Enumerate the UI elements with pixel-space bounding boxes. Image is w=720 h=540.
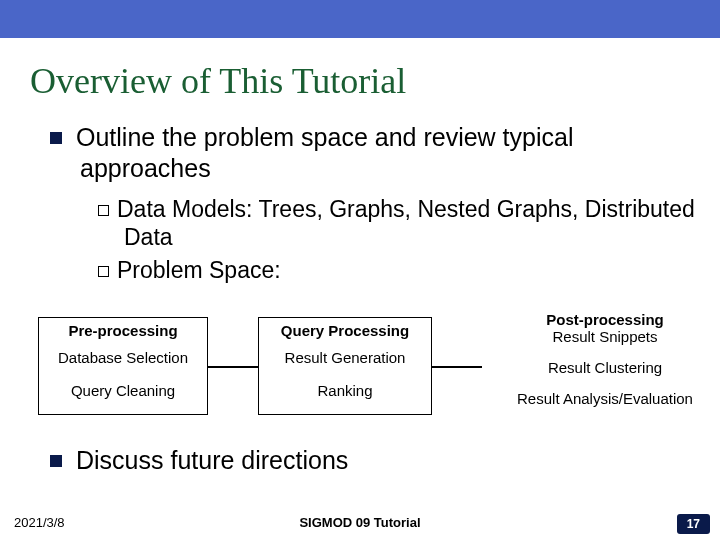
post-item: Result Clustering <box>490 359 720 376</box>
page-number: 17 <box>677 514 710 534</box>
slide-title: Overview of This Tutorial <box>30 60 406 102</box>
top-bar <box>0 0 720 38</box>
body-content: Outline the problem space and review typ… <box>50 122 700 289</box>
bullet-level1: Discuss future directions <box>80 445 700 476</box>
box-item: Result Generation <box>259 349 431 366</box>
box-heading: Query Processing <box>259 322 431 339</box>
connector-line <box>208 366 258 368</box>
post-item: Result Snippets <box>490 328 720 345</box>
post-heading: Post-processing <box>490 311 720 328</box>
box-item: Database Selection <box>39 349 207 366</box>
bullet-text: Outline the problem space and review typ… <box>76 123 574 182</box>
footer-center: SIGMOD 09 Tutorial <box>0 515 720 530</box>
hollow-square-bullet-icon <box>98 266 109 277</box>
query-processing-box: Query Processing Result Generation Ranki… <box>258 317 432 415</box>
box-heading: Pre-processing <box>39 322 207 339</box>
preprocessing-box: Pre-processing Database Selection Query … <box>38 317 208 415</box>
body-content-2: Discuss future directions <box>50 445 700 486</box>
postprocessing-column: Post-processing Result Snippets Result C… <box>490 311 720 421</box>
box-item: Ranking <box>259 382 431 399</box>
bullet-level1: Outline the problem space and review typ… <box>80 122 700 185</box>
bullet-level2: Problem Space: <box>124 256 700 285</box>
bullet-text: Discuss future directions <box>76 446 348 474</box>
hollow-square-bullet-icon <box>98 205 109 216</box>
slide: Overview of This Tutorial Outline the pr… <box>0 0 720 540</box>
sub-bullet-text: Data Models: Trees, Graphs, Nested Graph… <box>117 196 695 251</box>
bullet-level2: Data Models: Trees, Graphs, Nested Graph… <box>124 195 700 253</box>
box-item: Query Cleaning <box>39 382 207 399</box>
sub-bullet-group: Data Models: Trees, Graphs, Nested Graph… <box>98 195 700 285</box>
problem-space-diagram: Pre-processing Database Selection Query … <box>30 317 710 437</box>
sub-bullet-text: Problem Space: <box>117 257 281 283</box>
square-bullet-icon <box>50 132 62 144</box>
post-item: Result Analysis/Evaluation <box>490 390 720 407</box>
square-bullet-icon <box>50 455 62 467</box>
connector-line <box>432 366 482 368</box>
